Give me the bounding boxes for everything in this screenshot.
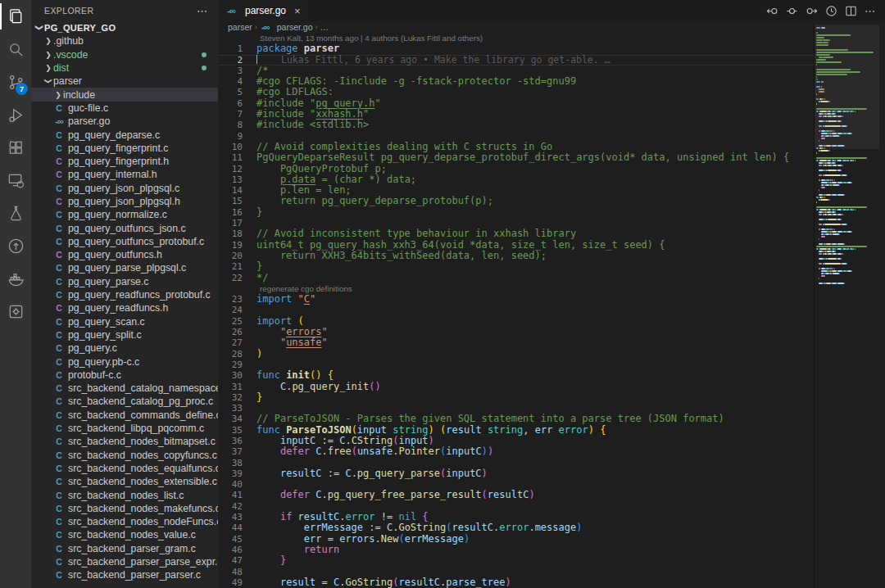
code-line-18[interactable]: 18// Avoid inconsistent type behaviour i… bbox=[218, 228, 814, 239]
code-area[interactable]: Steven Kalt, 13 months ago | 4 authors (… bbox=[218, 33, 814, 588]
code-line-17[interactable]: 17 bbox=[218, 218, 814, 228]
code-line-21[interactable]: 21} bbox=[218, 261, 814, 272]
line-number[interactable]: 9 bbox=[218, 131, 243, 142]
tree-file-protobuf-c-c[interactable]: Cprotobuf-c.c bbox=[31, 369, 218, 382]
split-editor-icon[interactable] bbox=[842, 2, 859, 19]
line-number[interactable]: 2 bbox=[218, 55, 243, 66]
code-line-7[interactable]: 7#include "xxhash.h" bbox=[218, 109, 814, 120]
code-line-11[interactable]: 11PgQueryDeparseResult pg_query_deparse_… bbox=[218, 152, 814, 163]
minimap[interactable] bbox=[814, 25, 879, 588]
tree-file-src-backend-nodes-copyfuncs-c[interactable]: Csrc_backend_nodes_copyfuncs.c bbox=[31, 449, 218, 462]
code-line-29[interactable]: 29 bbox=[218, 360, 814, 370]
code-line-20[interactable]: 20 return XXH3_64bits_withSeed(data, len… bbox=[218, 251, 814, 261]
tree-file-pg-query-c[interactable]: Cpg_query.c bbox=[31, 341, 218, 355]
code-line-45[interactable]: 45 err = errors.New(errMessage) bbox=[218, 534, 814, 545]
line-number[interactable]: 37 bbox=[218, 446, 243, 457]
tree-file-parser-go[interactable]: -∞parser.go bbox=[31, 115, 218, 128]
breadcrumb-symbol[interactable]: … bbox=[320, 22, 329, 32]
tree-file-pg-query-readfuncs-h[interactable]: Cpg_query_readfuncs.h bbox=[31, 301, 218, 314]
line-number[interactable]: 18 bbox=[218, 228, 243, 239]
line-number[interactable]: 30 bbox=[218, 370, 243, 381]
line-number[interactable]: 8 bbox=[218, 120, 243, 130]
code-line-31[interactable]: 31 C.pg_query_init() bbox=[218, 382, 814, 392]
activity-run-debug-icon[interactable] bbox=[0, 98, 31, 131]
code-line-9[interactable]: 9 bbox=[218, 131, 814, 142]
tree-file-src-backend-nodes-equalfuncs-c[interactable]: Csrc_backend_nodes_equalfuncs.c bbox=[31, 462, 218, 475]
line-number[interactable]: 12 bbox=[218, 164, 243, 174]
close-tab-icon[interactable]: × bbox=[294, 5, 301, 17]
tree-file-pg-query-internal-h[interactable]: Cpg_query_internal.h bbox=[31, 168, 218, 181]
tree-file-pg-query-outfuncs-h[interactable]: Cpg_query_outfuncs.h bbox=[31, 248, 218, 261]
code-line-42[interactable]: 42 bbox=[218, 501, 814, 512]
code-line-5[interactable]: 5#cgo LDFLAGS: bbox=[218, 87, 814, 97]
line-number[interactable]: 36 bbox=[218, 436, 243, 446]
activity-source-control-icon[interactable]: 7 bbox=[0, 66, 31, 98]
line-number[interactable]: 28 bbox=[218, 349, 243, 360]
code-line-3[interactable]: 3/* bbox=[218, 66, 814, 76]
activity-extensions-icon[interactable] bbox=[0, 131, 31, 164]
line-number[interactable]: 22 bbox=[218, 273, 243, 283]
line-number[interactable]: 45 bbox=[218, 534, 243, 545]
code-line-35[interactable]: 35func ParseToJSON(input string) (result… bbox=[218, 425, 814, 436]
code-line-14[interactable]: 14 p.len = len; bbox=[218, 185, 814, 196]
code-line-30[interactable]: 30func init() { bbox=[218, 370, 814, 381]
line-number[interactable]: 10 bbox=[218, 142, 243, 152]
compare-icon[interactable] bbox=[783, 2, 800, 19]
code-line-28[interactable]: 28) bbox=[218, 349, 814, 360]
activity-containers-icon[interactable] bbox=[0, 295, 31, 328]
compare-next-icon[interactable] bbox=[803, 2, 819, 19]
code-line-47[interactable]: 47 } bbox=[218, 555, 814, 566]
tree-file-src-backend-parser-parser-c[interactable]: Csrc_backend_parser_parser.c bbox=[31, 568, 218, 581]
line-number[interactable]: 5 bbox=[218, 87, 243, 97]
line-number[interactable]: 4 bbox=[218, 76, 243, 87]
tree-file-pg-query-scan-c[interactable]: Cpg_query_scan.c bbox=[31, 315, 218, 328]
line-number[interactable]: 47 bbox=[218, 555, 243, 566]
line-number[interactable]: 32 bbox=[218, 392, 243, 403]
code-line-15[interactable]: 15 return pg_query_deparse_protobuf(p); bbox=[218, 196, 814, 206]
tree-file-pg-query-json-plpgsql-c[interactable]: Cpg_query_json_plpgsql.c bbox=[31, 182, 218, 195]
line-number[interactable]: 15 bbox=[218, 196, 243, 206]
line-number[interactable]: 46 bbox=[218, 545, 243, 555]
tree-folder-parser[interactable]: ❯parser bbox=[31, 75, 218, 88]
tree-file-src-backend-nodes-nodefuncs-c[interactable]: Csrc_backend_nodes_nodeFuncs.c bbox=[31, 515, 218, 528]
activity-search-icon[interactable] bbox=[0, 33, 31, 66]
activity-docker-icon[interactable] bbox=[0, 262, 31, 295]
code-lens[interactable]: regenerate cgo definitions bbox=[218, 283, 814, 294]
minimap-slider[interactable] bbox=[815, 25, 879, 149]
tree-file-src-backend-commands-define-c[interactable]: Csrc_backend_commands_define.c bbox=[31, 409, 218, 422]
code-line-40[interactable]: 40 bbox=[218, 479, 814, 490]
line-number[interactable]: 44 bbox=[218, 522, 243, 533]
code-line-4[interactable]: 4#cgo CFLAGS: -Iinclude -g -fstack-prote… bbox=[218, 76, 814, 87]
line-number[interactable]: 16 bbox=[218, 207, 243, 218]
code-line-25[interactable]: 25import ( bbox=[218, 316, 814, 327]
code-line-8[interactable]: 8#include <stdlib.h> bbox=[218, 120, 814, 130]
line-number[interactable]: 17 bbox=[218, 218, 243, 228]
line-number[interactable]: 13 bbox=[218, 174, 243, 185]
tab-parser-go[interactable]: -∞ parser.go × bbox=[218, 0, 308, 21]
activity-explorer-icon[interactable] bbox=[0, 0, 31, 33]
tree-root-pg-query-go[interactable]: ❯PG_QUERY_GO bbox=[31, 21, 218, 34]
line-number[interactable]: 3 bbox=[218, 66, 243, 76]
tree-file-pg-query-deparse-c[interactable]: Cpg_query_deparse.c bbox=[31, 128, 218, 141]
activity-gitlens-icon[interactable] bbox=[0, 229, 31, 262]
line-number[interactable]: 41 bbox=[218, 490, 243, 500]
line-number[interactable]: 40 bbox=[218, 479, 243, 490]
code-line-26[interactable]: 26 "errors" bbox=[218, 327, 814, 337]
line-number[interactable]: 42 bbox=[218, 501, 243, 512]
tree-file-src-backend-nodes-list-c[interactable]: Csrc_backend_nodes_list.c bbox=[31, 488, 218, 501]
line-number[interactable]: 43 bbox=[218, 512, 243, 522]
code-line-22[interactable]: 22*/ bbox=[218, 273, 814, 283]
line-number[interactable]: 23 bbox=[218, 294, 243, 305]
tree-file-src-backend-nodes-value-c[interactable]: Csrc_backend_nodes_value.c bbox=[31, 528, 218, 541]
code-line-43[interactable]: 43 if resultC.error != nil { bbox=[218, 512, 814, 522]
code-line-27[interactable]: 27 "unsafe" bbox=[218, 337, 814, 348]
activity-remote-explorer-icon[interactable] bbox=[0, 164, 31, 197]
code-line-37[interactable]: 37 defer C.free(unsafe.Pointer(inputC)) bbox=[218, 446, 814, 457]
line-number[interactable]: 29 bbox=[218, 360, 243, 370]
tree-file-pg-query-normalize-c[interactable]: Cpg_query_normalize.c bbox=[31, 208, 218, 221]
line-number[interactable]: 14 bbox=[218, 185, 243, 196]
tree-file-pg-query-parse-plpgsql-c[interactable]: Cpg_query_parse_plpgsql.c bbox=[31, 261, 218, 274]
tree-file-src-backend-nodes-bitmapset-c[interactable]: Csrc_backend_nodes_bitmapset.c bbox=[31, 435, 218, 448]
code-line-39[interactable]: 39 resultC := C.pg_query_parse(inputC) bbox=[218, 468, 814, 479]
code-line-41[interactable]: 41 defer C.pg_query_free_parse_result(re… bbox=[218, 490, 814, 500]
